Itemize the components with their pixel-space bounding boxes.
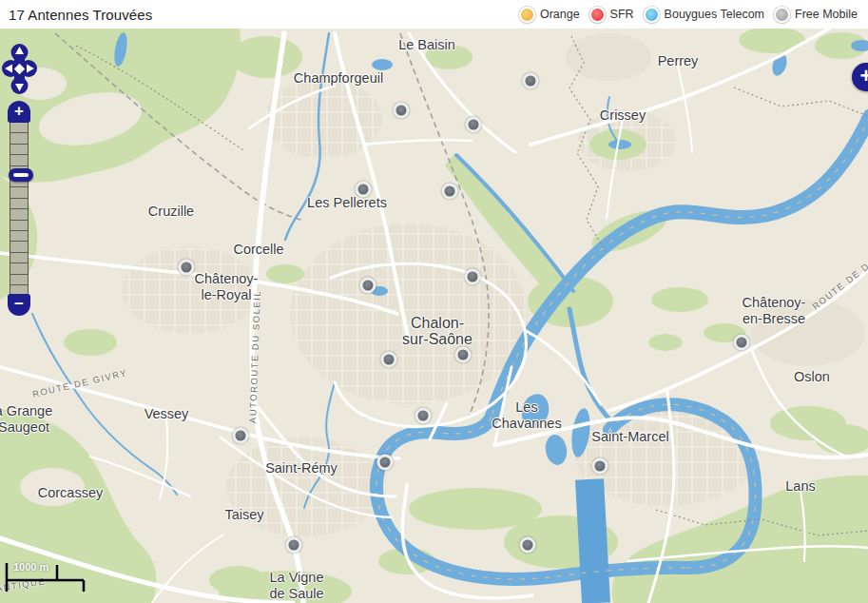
antenna-marker[interactable] (356, 182, 372, 198)
pan-control[interactable] (0, 29, 42, 97)
legend-label: Bouygues Telecom (665, 8, 764, 21)
antenna-marker[interactable] (523, 73, 539, 89)
zoom-in-button[interactable]: + (8, 101, 30, 123)
antenna-marker[interactable] (734, 335, 750, 351)
antenna-marker[interactable] (360, 278, 376, 294)
antenna-marker[interactable] (466, 117, 482, 133)
map-tiles (0, 29, 868, 603)
free-operator-icon (774, 7, 790, 23)
legend-label: SFR (610, 8, 634, 21)
legend-item-orange[interactable]: Orange (519, 7, 580, 23)
legend-label: Free Mobile (795, 8, 858, 21)
antenna-marker[interactable] (179, 260, 195, 276)
map-canvas[interactable]: Le BaisinChampforgeuilPerreyCrisseyLes P… (0, 29, 868, 603)
zoom-slider-handle[interactable] (9, 168, 33, 182)
antenna-marker[interactable] (286, 537, 302, 554)
antenna-marker[interactable] (233, 428, 249, 444)
antenna-marker[interactable] (592, 458, 608, 475)
orange-operator-icon (519, 7, 535, 23)
zoom-slider-track[interactable] (10, 122, 29, 295)
antenna-marker[interactable] (442, 184, 458, 200)
header-bar: 17 Antennes Trouvées OrangeSFRBouygues T… (0, 0, 868, 29)
pan-compass (2, 44, 37, 94)
legend-item-sfr[interactable]: SFR (589, 7, 634, 23)
bouygues-operator-icon (644, 7, 660, 23)
antenna-marker[interactable] (465, 269, 481, 285)
legend-label: Orange (540, 8, 580, 21)
antenna-marker[interactable] (455, 347, 472, 363)
antenna-marker[interactable] (377, 455, 394, 471)
sfr-operator-icon (589, 7, 606, 23)
legend-item-bouygues[interactable]: Bouygues Telecom (644, 7, 764, 23)
antenna-marker[interactable] (394, 103, 410, 119)
legend-item-free[interactable]: Free Mobile (774, 7, 858, 23)
page-title: 17 Antennes Trouvées (9, 7, 152, 23)
antenna-marker[interactable] (381, 352, 397, 368)
operator-legend: OrangeSFRBouygues TelecomFree Mobile (519, 7, 859, 23)
antenna-marker[interactable] (520, 537, 536, 554)
zoom-out-button[interactable]: − (8, 294, 30, 316)
antenna-marker[interactable] (415, 408, 432, 424)
